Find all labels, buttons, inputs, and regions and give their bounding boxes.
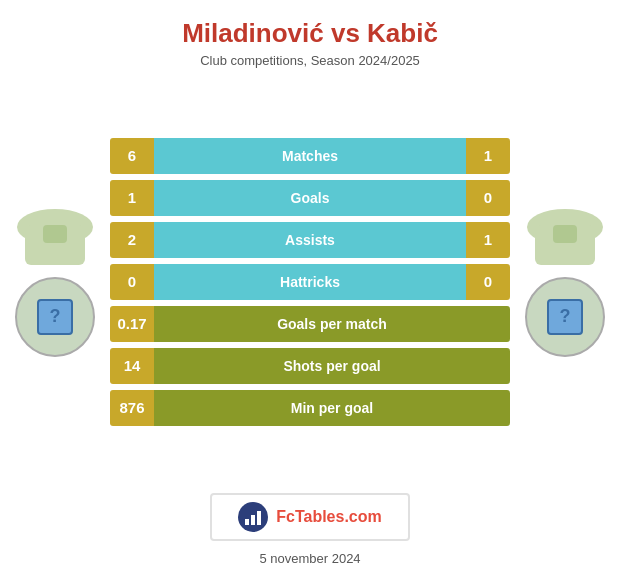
player-left-shirt [15, 207, 95, 277]
left-shirt-icon [15, 207, 95, 277]
stat-label-4: Goals per match [154, 306, 510, 342]
logo-text: FcTables.com [276, 508, 382, 526]
svg-rect-2 [43, 225, 67, 243]
stats-area: 6Matches11Goals02Assists10Hattricks00.17… [110, 138, 510, 426]
player-right-avatar: ? [525, 277, 605, 357]
chart-icon [243, 507, 263, 527]
player-left: ? [0, 207, 110, 357]
logo-tables: Tables.com [295, 508, 382, 525]
stat-label-5: Shots per goal [154, 348, 510, 384]
stat-row-1: 1Goals0 [110, 180, 510, 216]
stat-row-4: 0.17Goals per match [110, 306, 510, 342]
stat-label-3: Hattricks [154, 264, 466, 300]
player-right-shirt [525, 207, 605, 277]
stat-left-value-3: 0 [110, 264, 154, 300]
footer-date: 5 november 2024 [259, 551, 360, 566]
stat-row-2: 2Assists1 [110, 222, 510, 258]
page-container: Miladinović vs Kabič Club competitions, … [0, 0, 620, 580]
logo-fc: Fc [276, 508, 295, 525]
stat-left-value-4: 0.17 [110, 306, 154, 342]
match-title: Miladinović vs Kabič [182, 18, 438, 49]
svg-rect-7 [251, 515, 255, 525]
player-right-question: ? [547, 299, 583, 335]
stat-right-value-0: 1 [466, 138, 510, 174]
stat-row-5: 14Shots per goal [110, 348, 510, 384]
stat-left-value-6: 876 [110, 390, 154, 426]
stat-right-value-1: 0 [466, 180, 510, 216]
stat-row-6: 876Min per goal [110, 390, 510, 426]
stat-label-0: Matches [154, 138, 466, 174]
svg-rect-6 [245, 519, 249, 525]
main-content: ? 6Matches11Goals02Assists10Hattricks00.… [0, 84, 620, 479]
fctables-logo: FcTables.com [210, 493, 410, 541]
stat-right-value-2: 1 [466, 222, 510, 258]
stat-row-0: 6Matches1 [110, 138, 510, 174]
stat-label-2: Assists [154, 222, 466, 258]
match-subtitle: Club competitions, Season 2024/2025 [200, 53, 420, 68]
stat-left-value-2: 2 [110, 222, 154, 258]
stat-left-value-5: 14 [110, 348, 154, 384]
svg-rect-8 [257, 511, 261, 525]
stat-right-value-3: 0 [466, 264, 510, 300]
right-shirt-icon [525, 207, 605, 277]
stat-label-1: Goals [154, 180, 466, 216]
svg-rect-5 [553, 225, 577, 243]
stat-row-3: 0Hattricks0 [110, 264, 510, 300]
stat-left-value-1: 1 [110, 180, 154, 216]
player-left-avatar: ? [15, 277, 95, 357]
player-left-question: ? [37, 299, 73, 335]
logo-icon [238, 502, 268, 532]
stat-left-value-0: 6 [110, 138, 154, 174]
player-right: ? [510, 207, 620, 357]
stat-label-6: Min per goal [154, 390, 510, 426]
